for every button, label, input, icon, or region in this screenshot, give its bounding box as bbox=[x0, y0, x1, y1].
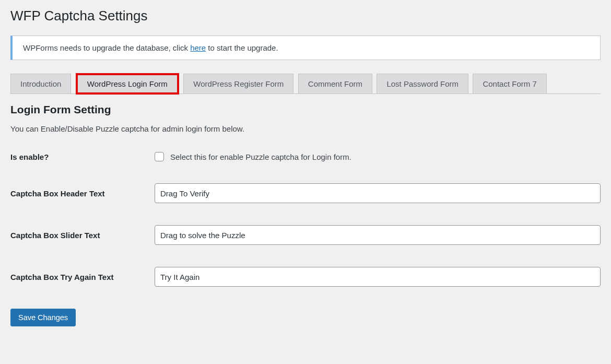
notice-text-before: WPForms needs to upgrade the database, c… bbox=[23, 43, 190, 52]
try-again-text-input[interactable] bbox=[155, 267, 601, 287]
notice-upgrade-link[interactable]: here bbox=[190, 43, 206, 52]
notice-text-after: to start the upgrade. bbox=[206, 43, 278, 52]
is-enable-label: Is enable? bbox=[10, 152, 155, 183]
is-enable-checkbox[interactable] bbox=[155, 152, 164, 161]
tabs-wrapper: Introduction WordPress Login Form WordPr… bbox=[10, 73, 601, 94]
tab-wordpress-login-form[interactable]: WordPress Login Form bbox=[76, 73, 179, 95]
save-changes-button[interactable]: Save Changes bbox=[10, 309, 76, 326]
tab-comment-form[interactable]: Comment Form bbox=[298, 74, 372, 94]
tab-wordpress-register-form[interactable]: WordPress Register Form bbox=[183, 74, 293, 94]
tab-contact-form-7[interactable]: Contact Form 7 bbox=[473, 74, 546, 94]
upgrade-notice: WPForms needs to upgrade the database, c… bbox=[10, 36, 601, 60]
is-enable-checkbox-label: Select this for enable Puzzle captcha fo… bbox=[170, 152, 351, 161]
tab-introduction[interactable]: Introduction bbox=[10, 74, 71, 94]
section-description: You can Enable/Disable Puzzle captcha fo… bbox=[10, 124, 601, 133]
header-text-label: Captcha Box Header Text bbox=[10, 183, 155, 225]
settings-form-table: Is enable? Select this for enable Puzzle… bbox=[10, 152, 601, 309]
header-text-input[interactable] bbox=[155, 183, 601, 203]
page-title: WFP Captcha Settings bbox=[10, 8, 601, 24]
section-title: Login Form Setting bbox=[10, 103, 601, 116]
tab-lost-password-form[interactable]: Lost Password Form bbox=[377, 74, 468, 94]
slider-text-label: Captcha Box Slider Text bbox=[10, 225, 155, 267]
try-again-text-label: Captcha Box Try Again Text bbox=[10, 267, 155, 309]
slider-text-input[interactable] bbox=[155, 225, 601, 245]
